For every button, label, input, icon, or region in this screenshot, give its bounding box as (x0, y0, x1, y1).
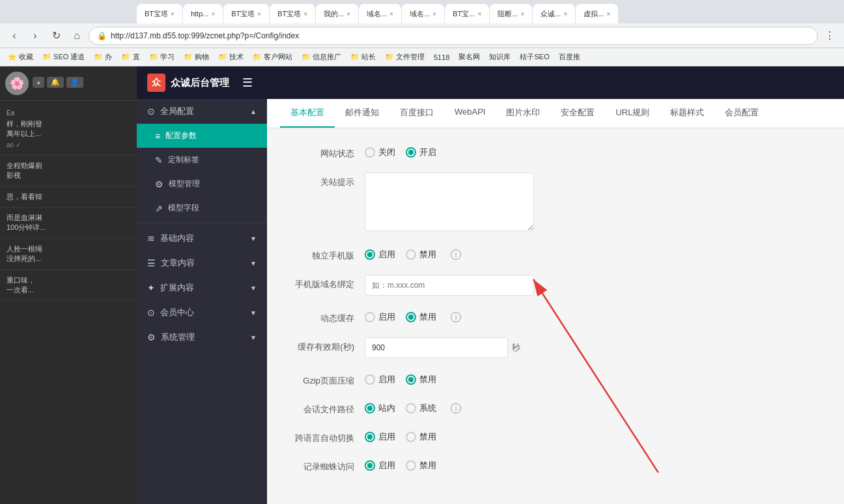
browser-tab-7[interactable]: 域名... × (402, 4, 444, 23)
system-manage-icon: ⚙ (147, 332, 156, 343)
sidebar-btn-2[interactable]: 🔔 (47, 77, 64, 88)
close-notice-textarea[interactable] (365, 173, 534, 231)
close-tab-icon[interactable]: × (520, 10, 524, 18)
bookmark-study[interactable]: 📁 学习 (147, 51, 177, 63)
bookmark-webmaster[interactable]: 📁 站长 (348, 51, 378, 63)
bookmark-seo[interactable]: 📁 SEO 通道 (40, 51, 87, 63)
close-tab-icon[interactable]: × (606, 10, 610, 18)
sidebar-item-article-content[interactable]: ☰ 文章内容 ▼ (137, 251, 267, 275)
tab-email-notify[interactable]: 邮件通知 (335, 99, 389, 128)
mobile-version-disable[interactable]: 禁用 (406, 249, 436, 260)
multilang-control: 启用 禁用 (365, 428, 824, 443)
back-button[interactable]: ‹ (5, 27, 23, 45)
close-tab-icon[interactable]: × (303, 10, 307, 18)
browser-tab-6[interactable]: 域名... × (359, 4, 401, 23)
browser-tabs-bar: BT宝塔 × http... × BT宝塔 × BT宝塔 × 我的... × 域… (0, 0, 844, 23)
browser-tab-5[interactable]: 我的... × (316, 4, 358, 23)
tab-watermark[interactable]: 图片水印 (496, 99, 550, 128)
close-tab-icon[interactable]: × (432, 10, 436, 18)
browser-tab-3[interactable]: BT宝塔 × (223, 4, 269, 23)
browser-tab-4[interactable]: BT宝塔 × (270, 4, 315, 23)
close-tab-icon[interactable]: × (211, 10, 215, 18)
bookmark-tech[interactable]: 📁 技术 (216, 51, 246, 63)
bookmark-baidu[interactable]: 百度推 (556, 51, 583, 63)
reload-button[interactable]: ↻ (47, 27, 65, 45)
browser-tab-9[interactable]: 阻断... × (490, 4, 532, 23)
tab-security[interactable]: 安全配置 (550, 99, 605, 128)
mobile-domain-input[interactable] (365, 275, 534, 296)
arrow-icon: ▼ (250, 235, 257, 242)
close-tab-icon[interactable]: × (477, 10, 481, 18)
hamburger-icon[interactable]: ☰ (242, 76, 253, 90)
bookmark-files[interactable]: 📁 文件管理 (382, 51, 427, 63)
sidebar-btn-1[interactable]: + (33, 77, 44, 88)
sidebar-item-system-manage[interactable]: ⚙ 系统管理 ▼ (137, 325, 267, 350)
address-bar[interactable]: 🔒 http://d137.mb.d55.top:999/zcnet.php?p… (89, 27, 818, 45)
forward-button[interactable]: › (26, 27, 44, 45)
sidebar-item-model-fields[interactable]: ⇗ 模型字段 (137, 196, 267, 220)
sidebar-item-custom-tags[interactable]: ✎ 定制标签 (137, 148, 267, 172)
tab-title-style[interactable]: 标题样式 (660, 99, 714, 128)
browser-tab-11[interactable]: 虚拟... × (576, 4, 618, 23)
cms-main-content: 基本配置 邮件通知 百度接口 WebAPI 图片水印 安全配置 URL规则 标题… (267, 99, 844, 504)
close-tab-icon[interactable]: × (171, 10, 175, 18)
close-tab-icon[interactable]: × (389, 10, 393, 18)
website-status-off[interactable]: 关闭 (365, 147, 395, 158)
mobile-version-enable[interactable]: 启用 (365, 249, 395, 260)
browser-tab-2[interactable]: http... × (183, 4, 223, 23)
spider-row: 记录蜘蛛访问 启用 禁 (287, 457, 824, 473)
tab-baidu-api[interactable]: 百度接口 (389, 99, 444, 128)
menu-button[interactable]: ⋮ (821, 27, 839, 45)
sidebar-label-system: 系统管理 (161, 331, 195, 343)
radio-cache-enable-circle (365, 312, 375, 322)
close-tab-icon[interactable]: × (257, 10, 261, 18)
bookmark-knowledge[interactable]: 知识库 (486, 51, 513, 63)
sidebar-item-member-center[interactable]: ⊙ 会员中心 ▼ (137, 300, 267, 325)
tab-webapi[interactable]: WebAPI (444, 99, 496, 128)
sidebar-item-global-config[interactable]: ⊙ 全局配置 ▲ (137, 99, 267, 124)
gzip-disable[interactable]: 禁用 (406, 374, 436, 385)
bookmark-seo2[interactable]: 桔子SEO (517, 51, 552, 63)
mobile-version-info-icon[interactable]: i (451, 249, 461, 260)
tab-basic-config[interactable]: 基本配置 (280, 99, 335, 128)
sidebar-item-basic-content[interactable]: ≋ 基础内容 ▼ (137, 226, 267, 251)
multilang-enable[interactable]: 启用 (365, 431, 395, 443)
bookmark-read[interactable]: 📁 直 (119, 51, 142, 63)
spider-enable[interactable]: 启用 (365, 460, 395, 471)
home-button[interactable]: ⌂ (68, 27, 86, 45)
bookmark-jmw[interactable]: 聚名网 (456, 51, 483, 63)
browser-tab-8[interactable]: BT宝... × (445, 4, 489, 23)
spider-label: 记录蜘蛛访问 (287, 457, 365, 473)
bookmark-office[interactable]: 📁 办 (91, 51, 115, 63)
dynamic-cache-disable[interactable]: 禁用 (406, 311, 436, 323)
close-tab-icon[interactable]: × (346, 10, 350, 18)
session-path-system[interactable]: 系统 (406, 402, 436, 414)
dynamic-cache-info-icon[interactable]: i (451, 312, 461, 322)
website-status-row: 网站状态 关闭 开启 (287, 144, 824, 160)
sidebar-item-model-manage[interactable]: ⚙ 模型管理 (137, 172, 267, 196)
browser-tab-active[interactable]: 众诚... × (533, 4, 575, 23)
tab-member-config[interactable]: 会员配置 (714, 99, 769, 128)
bookmark-clients[interactable]: 📁 客户网站 (250, 51, 295, 63)
radio-off-label: 关闭 (378, 147, 395, 158)
browser-tab-1[interactable]: BT宝塔 × (137, 4, 182, 23)
bookmark-5118[interactable]: 5118 (431, 52, 452, 63)
session-path-site[interactable]: 站内 (365, 402, 395, 414)
cache-expire-input[interactable] (365, 337, 508, 358)
gzip-enable[interactable]: 启用 (365, 374, 395, 385)
sidebar-btn-3[interactable]: 👤 (66, 77, 83, 88)
bookmark-item[interactable]: ⭐ 收藏 (5, 51, 36, 63)
mobile-version-label: 独立手机版 (287, 246, 365, 262)
bookmark-shop[interactable]: 📁 购物 (181, 51, 212, 63)
website-status-on[interactable]: 开启 (406, 147, 436, 158)
sidebar-item-extend-content[interactable]: ✦ 扩展内容 ▼ (137, 275, 267, 300)
spider-disable[interactable]: 禁用 (406, 460, 436, 471)
tab-url-rules[interactable]: URL规则 (605, 99, 660, 128)
multilang-disable[interactable]: 禁用 (406, 431, 436, 443)
close-tab-icon[interactable]: × (563, 10, 567, 18)
session-path-info-icon[interactable]: i (451, 403, 461, 413)
cache-expire-row: 缓存有效期(秒) 秒 (287, 337, 824, 358)
dynamic-cache-enable[interactable]: 启用 (365, 311, 395, 323)
bookmark-info[interactable]: 📁 信息推广 (299, 51, 344, 63)
sidebar-item-config-params[interactable]: ≡ 配置参数 (137, 124, 267, 148)
